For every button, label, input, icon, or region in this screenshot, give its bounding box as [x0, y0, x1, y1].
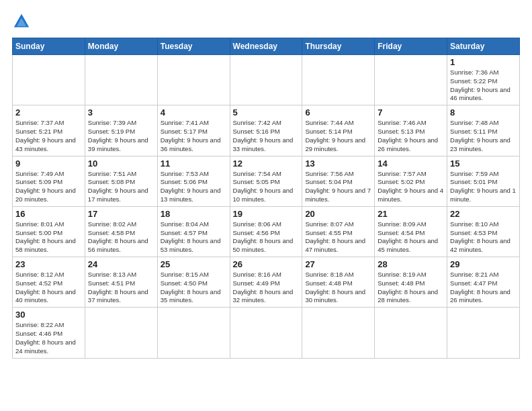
day-number: 12	[233, 158, 300, 169]
day-number: 3	[88, 107, 154, 118]
weekday-header-saturday: Saturday	[447, 38, 520, 55]
weekday-header-wednesday: Wednesday	[230, 38, 302, 55]
calendar-cell	[375, 55, 447, 105]
day-number: 9	[15, 158, 82, 169]
calendar-cell: 25Sunrise: 8:15 AM Sunset: 4:50 PM Dayli…	[157, 257, 230, 308]
day-info: Sunrise: 7:53 AM Sunset: 5:06 PM Dayligh…	[161, 170, 227, 204]
day-number: 25	[161, 259, 227, 269]
day-number: 15	[450, 158, 517, 169]
day-info: Sunrise: 8:06 AM Sunset: 4:56 PM Dayligh…	[233, 220, 300, 255]
calendar-cell: 4Sunrise: 7:41 AM Sunset: 5:17 PM Daylig…	[157, 105, 230, 156]
day-number: 22	[450, 209, 517, 219]
calendar-week-3: 16Sunrise: 8:01 AM Sunset: 5:00 PM Dayli…	[13, 206, 520, 257]
weekday-header-thursday: Thursday	[302, 38, 375, 55]
calendar-cell: 21Sunrise: 8:09 AM Sunset: 4:54 PM Dayli…	[375, 206, 447, 257]
calendar-cell	[375, 308, 447, 358]
day-info: Sunrise: 7:59 AM Sunset: 5:01 PM Dayligh…	[450, 170, 517, 204]
day-info: Sunrise: 7:39 AM Sunset: 5:19 PM Dayligh…	[88, 119, 154, 153]
day-info: Sunrise: 8:13 AM Sunset: 4:51 PM Dayligh…	[88, 271, 154, 305]
weekday-header-sunday: Sunday	[13, 38, 85, 55]
calendar-cell	[85, 308, 157, 358]
calendar-cell: 30Sunrise: 8:22 AM Sunset: 4:46 PM Dayli…	[13, 308, 85, 358]
day-number: 18	[161, 209, 227, 219]
calendar-cell: 15Sunrise: 7:59 AM Sunset: 5:01 PM Dayli…	[447, 156, 520, 206]
day-number: 14	[378, 158, 444, 169]
calendar-cell: 7Sunrise: 7:46 AM Sunset: 5:13 PM Daylig…	[375, 105, 447, 156]
calendar-cell	[230, 308, 302, 358]
day-info: Sunrise: 8:16 AM Sunset: 4:49 PM Dayligh…	[233, 271, 300, 305]
weekday-header-friday: Friday	[375, 38, 447, 55]
day-info: Sunrise: 7:48 AM Sunset: 5:11 PM Dayligh…	[450, 119, 517, 153]
day-info: Sunrise: 7:49 AM Sunset: 5:09 PM Dayligh…	[15, 170, 82, 204]
calendar-cell	[157, 308, 230, 358]
day-info: Sunrise: 8:07 AM Sunset: 4:55 PM Dayligh…	[305, 220, 371, 255]
calendar-week-1: 2Sunrise: 7:37 AM Sunset: 5:21 PM Daylig…	[13, 105, 520, 156]
calendar-cell: 9Sunrise: 7:49 AM Sunset: 5:09 PM Daylig…	[13, 156, 85, 206]
day-info: Sunrise: 8:09 AM Sunset: 4:54 PM Dayligh…	[378, 220, 444, 255]
day-number: 28	[378, 259, 444, 269]
weekday-header-row: SundayMondayTuesdayWednesdayThursdayFrid…	[13, 38, 520, 55]
day-number: 30	[15, 310, 82, 320]
day-info: Sunrise: 8:04 AM Sunset: 4:57 PM Dayligh…	[161, 220, 227, 255]
calendar-cell	[302, 55, 375, 105]
calendar-cell: 10Sunrise: 7:51 AM Sunset: 5:08 PM Dayli…	[85, 156, 157, 206]
day-info: Sunrise: 7:36 AM Sunset: 5:22 PM Dayligh…	[450, 68, 517, 103]
day-info: Sunrise: 7:57 AM Sunset: 5:02 PM Dayligh…	[378, 170, 444, 204]
calendar-cell	[85, 55, 157, 105]
calendar-cell: 23Sunrise: 8:12 AM Sunset: 4:52 PM Dayli…	[13, 257, 85, 308]
logo-icon	[12, 12, 31, 31]
calendar-week-5: 30Sunrise: 8:22 AM Sunset: 4:46 PM Dayli…	[13, 308, 520, 358]
day-info: Sunrise: 8:18 AM Sunset: 4:48 PM Dayligh…	[305, 271, 371, 305]
day-number: 5	[233, 107, 300, 118]
calendar-cell	[13, 55, 85, 105]
day-number: 8	[450, 107, 517, 118]
calendar-cell	[302, 308, 375, 358]
calendar-cell	[447, 308, 520, 358]
day-number: 21	[378, 209, 444, 219]
calendar-cell: 17Sunrise: 8:02 AM Sunset: 4:58 PM Dayli…	[85, 206, 157, 257]
day-info: Sunrise: 7:54 AM Sunset: 5:05 PM Dayligh…	[233, 170, 300, 204]
day-number: 26	[233, 259, 300, 269]
day-number: 27	[305, 259, 371, 269]
calendar-cell: 28Sunrise: 8:19 AM Sunset: 4:48 PM Dayli…	[375, 257, 447, 308]
calendar-cell: 11Sunrise: 7:53 AM Sunset: 5:06 PM Dayli…	[157, 156, 230, 206]
calendar-cell: 16Sunrise: 8:01 AM Sunset: 5:00 PM Dayli…	[13, 206, 85, 257]
day-number: 4	[161, 107, 227, 118]
day-info: Sunrise: 8:12 AM Sunset: 4:52 PM Dayligh…	[15, 271, 82, 305]
day-info: Sunrise: 8:02 AM Sunset: 4:58 PM Dayligh…	[88, 220, 154, 255]
logo	[12, 12, 34, 31]
day-number: 13	[305, 158, 371, 169]
calendar-cell: 6Sunrise: 7:44 AM Sunset: 5:14 PM Daylig…	[302, 105, 375, 156]
day-number: 7	[378, 107, 444, 118]
day-info: Sunrise: 7:46 AM Sunset: 5:13 PM Dayligh…	[378, 119, 444, 153]
calendar-week-0: 1Sunrise: 7:36 AM Sunset: 5:22 PM Daylig…	[13, 55, 520, 105]
day-info: Sunrise: 8:10 AM Sunset: 4:53 PM Dayligh…	[450, 220, 517, 255]
day-number: 20	[305, 209, 371, 219]
day-info: Sunrise: 8:21 AM Sunset: 4:47 PM Dayligh…	[450, 271, 517, 305]
day-info: Sunrise: 7:56 AM Sunset: 5:04 PM Dayligh…	[305, 170, 371, 204]
calendar-cell: 3Sunrise: 7:39 AM Sunset: 5:19 PM Daylig…	[85, 105, 157, 156]
calendar-cell: 1Sunrise: 7:36 AM Sunset: 5:22 PM Daylig…	[447, 55, 520, 105]
day-number: 2	[15, 107, 82, 118]
calendar-cell: 29Sunrise: 8:21 AM Sunset: 4:47 PM Dayli…	[447, 257, 520, 308]
calendar-cell: 5Sunrise: 7:42 AM Sunset: 5:16 PM Daylig…	[230, 105, 302, 156]
page: SundayMondayTuesdayWednesdayThursdayFrid…	[0, 0, 532, 411]
day-number: 11	[161, 158, 227, 169]
day-info: Sunrise: 8:15 AM Sunset: 4:50 PM Dayligh…	[161, 271, 227, 305]
calendar-cell: 18Sunrise: 8:04 AM Sunset: 4:57 PM Dayli…	[157, 206, 230, 257]
calendar-cell	[230, 55, 302, 105]
day-info: Sunrise: 7:44 AM Sunset: 5:14 PM Dayligh…	[305, 119, 371, 153]
calendar-cell: 27Sunrise: 8:18 AM Sunset: 4:48 PM Dayli…	[302, 257, 375, 308]
calendar: SundayMondayTuesdayWednesdayThursdayFrid…	[12, 38, 520, 359]
day-info: Sunrise: 7:42 AM Sunset: 5:16 PM Dayligh…	[233, 119, 300, 153]
day-number: 6	[305, 107, 371, 118]
day-info: Sunrise: 8:19 AM Sunset: 4:48 PM Dayligh…	[378, 271, 444, 305]
day-number: 19	[233, 209, 300, 219]
day-number: 10	[88, 158, 154, 169]
weekday-header-monday: Monday	[85, 38, 157, 55]
calendar-week-2: 9Sunrise: 7:49 AM Sunset: 5:09 PM Daylig…	[13, 156, 520, 206]
day-number: 16	[15, 209, 82, 219]
day-info: Sunrise: 8:22 AM Sunset: 4:46 PM Dayligh…	[15, 321, 82, 355]
calendar-cell: 26Sunrise: 8:16 AM Sunset: 4:49 PM Dayli…	[230, 257, 302, 308]
calendar-week-4: 23Sunrise: 8:12 AM Sunset: 4:52 PM Dayli…	[13, 257, 520, 308]
